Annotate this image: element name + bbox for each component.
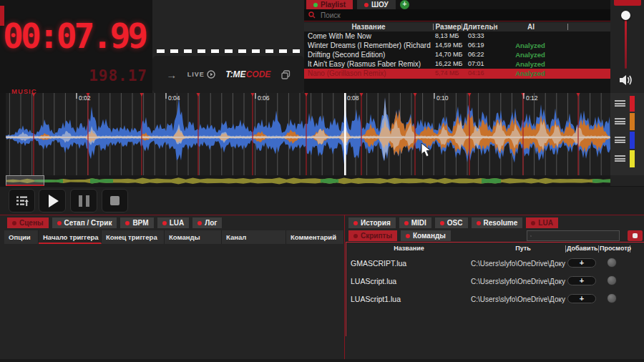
script-column-name[interactable]: Название [346, 245, 472, 252]
waveform-overview[interactable] [6, 175, 610, 186]
tab-label: MIDI [411, 219, 426, 227]
volume-slider-track[interactable] [625, 11, 627, 69]
add-script-button[interactable]: + [567, 294, 596, 303]
svg-text:0:06: 0:06 [258, 94, 270, 102]
playlist-search[interactable] [304, 9, 610, 21]
waveform-left-strip [0, 93, 6, 186]
script-row[interactable]: LUAScript1.luaC:\Users\slyfo\OneDrive\До… [346, 290, 644, 308]
tab-resolume[interactable]: Resolume [472, 217, 523, 228]
search-icon [308, 11, 316, 19]
add-script-button[interactable]: + [567, 276, 596, 285]
playlist-row[interactable]: Nano (Gorillason Remix)5,74 МБ04:16Analy… [304, 69, 610, 79]
track-duration: 04:16 [468, 69, 484, 78]
track-duration: 03:33 [468, 31, 484, 41]
trigger-column-header[interactable]: Опции [4, 230, 39, 244]
tab-lua[interactable]: LUA [526, 217, 558, 228]
tab-лог[interactable]: Лог [192, 217, 222, 228]
column-duration[interactable]: Длительн [463, 22, 493, 31]
script-column-view[interactable]: Просмотр [600, 245, 629, 252]
waveform-display[interactable]: 0:020:040:060:080:100:12 [6, 93, 610, 175]
tab-status-dot [440, 221, 444, 225]
column-ai[interactable]: AI [494, 22, 567, 31]
playlist-row[interactable]: It Ain't Easy (Rasmus Faber Remix)16,22 … [304, 59, 610, 69]
subtab-команды[interactable]: Команды [401, 230, 451, 241]
trigger-column-header[interactable]: Конец триггера [102, 230, 165, 244]
layer-menu-icon[interactable] [615, 100, 625, 107]
column-size[interactable]: Размер [435, 22, 462, 31]
stop-button[interactable] [102, 189, 128, 212]
live-button[interactable]: LIVE [187, 70, 215, 79]
layer-menu-icon[interactable] [615, 137, 625, 143]
tab-status-dot [125, 221, 130, 225]
column-name[interactable]: Название [304, 22, 433, 31]
volume-strip [610, 0, 644, 93]
tab-status-dot [477, 221, 481, 225]
view-script-button[interactable] [607, 275, 617, 285]
playlist-table-header: Название Размер Длительн AI [304, 22, 610, 31]
tab-lua[interactable]: LUA [157, 217, 190, 228]
tab-label: Скрипты [361, 232, 392, 240]
volume-slider-knob[interactable] [621, 11, 630, 20]
track-layer-controls [610, 93, 644, 175]
arrow-button[interactable]: → [166, 69, 177, 81]
tab-midi[interactable]: MIDI [399, 217, 431, 228]
trigger-column-header[interactable]: Начало триггера [39, 230, 102, 244]
playlist-tab[interactable]: ШОУ [357, 0, 396, 9]
playlist-search-input[interactable] [319, 11, 465, 20]
playlist-row[interactable]: Drifting (Second Edition)14,70 МБ06:22An… [304, 50, 610, 59]
copy-icon[interactable] [281, 70, 291, 79]
add-playlist-button[interactable]: + [400, 0, 409, 9]
script-path: C:\Users\slyfo\OneDrive\Доку [401, 278, 565, 285]
play-button[interactable] [39, 189, 66, 212]
track-name: Drifting (Second Edition) [308, 50, 431, 59]
script-column-add[interactable]: Добавить [567, 245, 597, 252]
layer-color-bar [630, 113, 635, 130]
tab-label: Playlist [321, 1, 346, 9]
subtab-скрипты[interactable]: Скрипты [348, 230, 397, 241]
track-ai-status: Analyzed [497, 59, 563, 69]
left-tab-row: СценыСетап / СтрикBPMLUAЛог [7, 217, 222, 228]
script-search[interactable] [527, 230, 620, 241]
layer-menu-icon[interactable] [615, 118, 625, 124]
playlist-tab[interactable]: Playlist [306, 0, 353, 9]
layer-menu-icon[interactable] [615, 155, 625, 162]
tab-история[interactable]: История [348, 217, 396, 228]
playlist-row[interactable]: Come With Me Now8,13 МБ03:33 [304, 31, 610, 41]
playlist-row[interactable]: Winter Dreams (I Remember) (Richard Earn… [304, 41, 610, 50]
tab-bpm[interactable]: BPM [120, 217, 153, 228]
trigger-column-header[interactable]: Комментарий [286, 230, 344, 244]
trigger-column-header[interactable]: Команды [165, 230, 222, 244]
speaker-icon[interactable] [619, 74, 635, 87]
pause-icon [79, 195, 89, 207]
script-row[interactable]: GMASCRIPT.luaC:\Users\slyfo\OneDrive\Док… [346, 254, 644, 272]
view-script-button[interactable] [607, 293, 617, 303]
tab-сцены[interactable]: Сцены [7, 217, 49, 228]
tab-сетап-стрик[interactable]: Сетап / Стрик [52, 217, 117, 228]
tab-osc[interactable]: OSC [435, 217, 468, 228]
right-tab-row: ИсторияMIDIOSCResolumeLUA [348, 217, 558, 228]
svg-text:0:04: 0:04 [168, 94, 180, 102]
load-playlist-button[interactable] [9, 189, 35, 212]
pause-button[interactable] [70, 189, 97, 212]
track-size: 5,74 МБ [435, 69, 459, 78]
timecode-logo[interactable]: T:MECODE [225, 69, 270, 79]
script-row[interactable]: LUAScript.luaC:\Users\slyfo\OneDrive\Док… [346, 272, 644, 290]
timecode-logo-time: T:ME [225, 69, 245, 79]
script-search-input[interactable] [535, 232, 616, 240]
lua-action-button[interactable] [628, 230, 643, 241]
timecode-panel: → LIVE T:MECODE [152, 0, 304, 93]
view-script-button[interactable] [607, 258, 617, 268]
trigger-column-header[interactable]: Канал [222, 230, 286, 244]
tab-label: Команды [413, 232, 446, 240]
tab-label: Лог [205, 219, 217, 227]
overview-view-window[interactable] [6, 175, 44, 186]
tab-label: LUA [538, 219, 553, 227]
stop-icon [110, 196, 119, 205]
script-tab-row: СкриптыКоманды [348, 230, 451, 241]
add-script-button[interactable]: + [567, 258, 596, 268]
playlist-up-icon [15, 194, 29, 208]
playlist-rows: Come With Me Now8,13 МБ03:33Winter Dream… [304, 31, 610, 79]
play-icon [49, 195, 59, 207]
script-name: LUAScript1.lua [351, 295, 401, 303]
svg-text:0:02: 0:02 [79, 94, 91, 102]
